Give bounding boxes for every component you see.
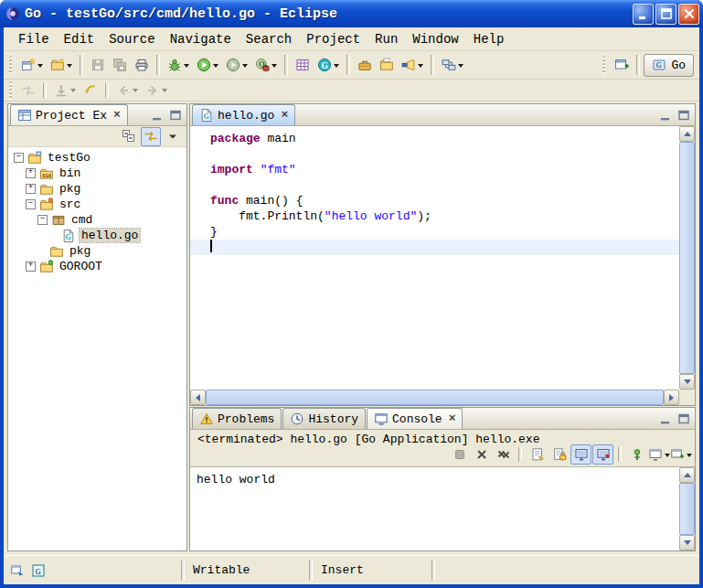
display-console-button[interactable] xyxy=(648,444,669,465)
scroll-right-button[interactable] xyxy=(664,390,679,405)
close-icon[interactable]: × xyxy=(281,111,288,120)
run-button[interactable] xyxy=(193,53,222,77)
collapse-all-button[interactable] xyxy=(119,127,139,146)
stderr-monitor-button[interactable] xyxy=(592,444,613,465)
maximize-button[interactable] xyxy=(655,4,676,25)
menu-file[interactable]: File xyxy=(11,30,57,48)
scroll-lock-button[interactable] xyxy=(549,444,570,465)
new-folder-button[interactable] xyxy=(47,53,76,77)
expand-icon[interactable]: + xyxy=(26,168,36,178)
minimize-view-button[interactable] xyxy=(149,107,165,123)
team-button[interactable] xyxy=(438,53,467,77)
tree-item-pkg[interactable]: pkg xyxy=(8,243,186,259)
tree-item-goroot[interactable]: +GOROOT xyxy=(8,259,186,274)
collapse-icon[interactable]: − xyxy=(14,153,24,163)
dropdown-arrow-icon[interactable] xyxy=(67,64,72,70)
go-trim-icon[interactable]: G xyxy=(31,563,46,578)
minimize-button[interactable] xyxy=(633,4,654,25)
dropdown-arrow-icon[interactable] xyxy=(37,64,43,70)
close-icon[interactable]: × xyxy=(449,414,456,423)
menu-run[interactable]: Run xyxy=(367,30,405,48)
collapse-icon[interactable]: − xyxy=(37,215,48,225)
dropdown-arrow-icon[interactable] xyxy=(162,89,167,95)
coverage-button[interactable] xyxy=(222,53,251,77)
forward-button[interactable] xyxy=(142,79,171,102)
console-output[interactable]: hello world xyxy=(190,467,679,551)
menu-edit[interactable]: Edit xyxy=(57,30,102,48)
scroll-down-button[interactable] xyxy=(679,535,695,551)
editor-vertical-scrollbar[interactable] xyxy=(679,126,695,390)
tab-problems[interactable]: Problems xyxy=(192,408,282,429)
debug-button[interactable] xyxy=(164,53,193,77)
collapse-icon[interactable]: − xyxy=(26,199,36,209)
dropdown-arrow-icon[interactable] xyxy=(213,64,218,70)
scroll-left-button[interactable] xyxy=(190,390,206,405)
clear-console-button[interactable] xyxy=(527,444,548,465)
scroll-down-button[interactable] xyxy=(679,374,695,390)
stdout-monitor-button[interactable] xyxy=(570,444,591,465)
tree-item-bin[interactable]: +010bin xyxy=(8,166,186,181)
tab-console[interactable]: Console× xyxy=(367,408,463,429)
minimize-view-button[interactable] xyxy=(657,107,674,123)
maximize-view-button[interactable] xyxy=(676,107,692,123)
fast-view-icon[interactable] xyxy=(10,563,25,578)
go-table-button[interactable] xyxy=(292,53,314,77)
tree-item-testgo[interactable]: −testGo xyxy=(8,150,186,166)
open-perspective-button[interactable] xyxy=(611,53,633,77)
tree-item-cmd[interactable]: −cmd xyxy=(8,212,186,228)
menu-search[interactable]: Search xyxy=(239,30,299,48)
save-button[interactable] xyxy=(87,53,109,77)
external-tools-button[interactable]: Q xyxy=(251,53,281,77)
print-button[interactable] xyxy=(131,53,153,77)
remove-all-terminated-button[interactable] xyxy=(493,444,514,465)
view-menu-button[interactable] xyxy=(163,127,183,146)
dropdown-arrow-icon[interactable] xyxy=(272,64,277,70)
open-console-button[interactable] xyxy=(670,444,691,465)
dropdown-arrow-icon[interactable] xyxy=(133,89,138,95)
toolbox-open-button[interactable] xyxy=(376,53,398,77)
horizontal-scrollbar-thumb[interactable] xyxy=(206,390,664,405)
close-button[interactable] xyxy=(678,4,699,25)
menu-window[interactable]: Window xyxy=(405,30,465,48)
expand-icon[interactable]: + xyxy=(26,184,36,194)
scroll-up-button[interactable] xyxy=(679,467,695,483)
toolbar-grip[interactable] xyxy=(9,56,12,74)
toolbox-button[interactable] xyxy=(354,53,376,77)
remove-launch-button[interactable] xyxy=(471,444,492,465)
menu-source[interactable]: Source xyxy=(101,30,162,48)
perspective-go-button[interactable]: GGo xyxy=(644,54,694,77)
menu-project[interactable]: Project xyxy=(299,30,367,48)
dropdown-arrow-icon[interactable] xyxy=(458,64,463,70)
terminate-button[interactable] xyxy=(449,444,470,465)
vertical-scrollbar-thumb[interactable] xyxy=(679,142,695,374)
dropdown-arrow-icon[interactable] xyxy=(184,64,189,70)
vertical-scrollbar-thumb[interactable] xyxy=(679,483,695,535)
toolbar-grip[interactable] xyxy=(602,56,605,74)
dropdown-arrow-icon[interactable] xyxy=(687,454,692,460)
maximize-view-button[interactable] xyxy=(676,411,692,426)
dropdown-arrow-icon[interactable] xyxy=(70,89,76,95)
menu-navigate[interactable]: Navigate xyxy=(163,30,239,48)
save-all-button[interactable] xyxy=(109,53,131,77)
code-editor[interactable]: package mainimport "fmt"func main() { fm… xyxy=(190,126,679,390)
titlebar[interactable]: Go - testGo/src/cmd/hello.go - Eclipse xyxy=(0,0,703,27)
next-annotation-button[interactable] xyxy=(50,79,80,102)
dropdown-arrow-icon[interactable] xyxy=(242,64,248,70)
link-with-editor-button[interactable] xyxy=(141,127,161,146)
console-vertical-scrollbar[interactable] xyxy=(679,467,695,551)
scroll-up-button[interactable] xyxy=(679,126,695,142)
pin-console-button[interactable] xyxy=(626,444,647,465)
search-button[interactable] xyxy=(398,53,427,77)
project-tree[interactable]: −testGo+010bin+pkg−src−cmdGhello.gopkg+G… xyxy=(8,147,186,551)
editor-horizontal-scrollbar[interactable] xyxy=(190,390,679,405)
tab-project-explorer[interactable]: Project Ex × xyxy=(10,104,128,125)
tree-item-hello-go[interactable]: Ghello.go xyxy=(8,228,186,243)
dropdown-arrow-icon[interactable] xyxy=(334,64,339,70)
tree-item-pkg[interactable]: +pkg xyxy=(8,181,186,197)
close-icon[interactable]: × xyxy=(113,111,121,120)
menu-help[interactable]: Help xyxy=(466,30,512,48)
tab-history[interactable]: History xyxy=(282,408,366,429)
dropdown-arrow-icon[interactable] xyxy=(418,64,423,70)
tab-hello-go[interactable]: G hello.go × xyxy=(192,104,295,125)
toolbar-grip[interactable] xyxy=(9,81,12,100)
